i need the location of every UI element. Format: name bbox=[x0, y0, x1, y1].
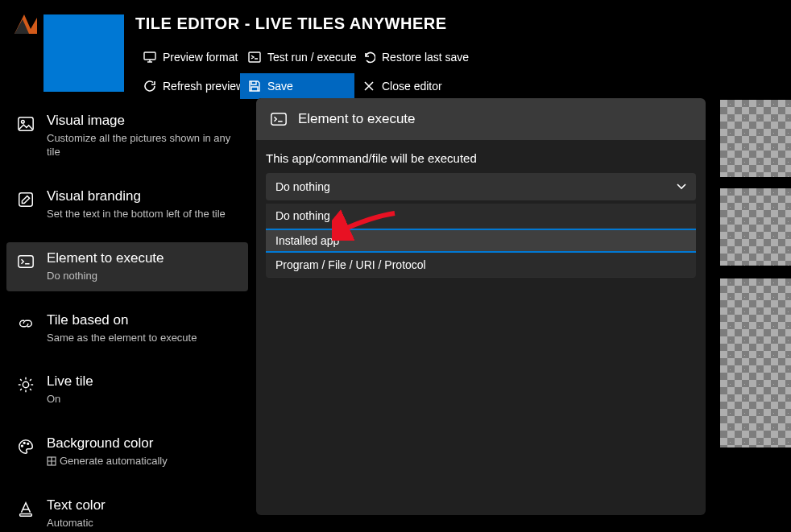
execute-dropdown: Do nothing Installed app Program / File … bbox=[266, 204, 696, 278]
svg-rect-6 bbox=[19, 193, 33, 207]
tile-preview-large bbox=[720, 278, 791, 447]
tile-preview bbox=[43, 14, 124, 92]
sidebar-item-text-color[interactable]: Text color Automatic bbox=[6, 489, 248, 532]
svg-rect-7 bbox=[19, 255, 33, 267]
preview-format-button[interactable]: Preview format bbox=[135, 44, 240, 70]
svg-rect-14 bbox=[271, 113, 286, 126]
tile-preview-small-2 bbox=[720, 188, 791, 266]
save-button[interactable]: Save bbox=[240, 73, 354, 99]
save-icon bbox=[248, 80, 261, 93]
tile-preview-small-1 bbox=[720, 100, 791, 177]
sidebar-item-label: Background color bbox=[47, 435, 168, 452]
undo-icon bbox=[362, 51, 375, 64]
terminal-icon bbox=[248, 51, 261, 64]
test-run-button[interactable]: Test run / execute bbox=[240, 44, 354, 70]
settings-panel: Element to execute This app/command/file… bbox=[256, 98, 706, 515]
sidebar-item-tile-based-on[interactable]: Tile based on Same as the element to exe… bbox=[6, 304, 248, 353]
svg-point-10 bbox=[23, 443, 25, 444]
refresh-preview-button[interactable]: Refresh preview bbox=[135, 73, 240, 99]
image-icon bbox=[16, 114, 35, 134]
svg-point-5 bbox=[22, 120, 25, 123]
sidebar-item-background-color[interactable]: Background color Generate automatically bbox=[6, 427, 248, 476]
panel-title: Element to execute bbox=[298, 111, 416, 127]
sidebar-item-label: Visual image bbox=[47, 113, 238, 129]
app-icon bbox=[14, 14, 37, 34]
terminal-icon bbox=[16, 252, 35, 271]
sidebar-item-label: Element to execute bbox=[47, 250, 164, 266]
sidebar-item-label: Visual branding bbox=[47, 188, 226, 204]
svg-rect-4 bbox=[19, 118, 33, 131]
font-color-icon bbox=[16, 499, 35, 518]
sidebar-item-label: Tile based on bbox=[47, 312, 197, 328]
dropdown-option-installed-app[interactable]: Installed app bbox=[266, 229, 696, 253]
sidebar-item-label: Live tile bbox=[47, 373, 93, 390]
sidebar-item-label: Text color bbox=[47, 497, 106, 513]
monitor-icon bbox=[143, 51, 156, 64]
sidebar-item-live-tile[interactable]: Live tile On bbox=[6, 365, 248, 414]
terminal-icon bbox=[269, 109, 288, 129]
execute-select[interactable]: Do nothing bbox=[266, 173, 696, 200]
link-icon bbox=[16, 314, 35, 333]
svg-point-8 bbox=[23, 382, 28, 388]
svg-rect-13 bbox=[20, 514, 32, 517]
brightness-icon bbox=[16, 375, 35, 394]
svg-point-9 bbox=[22, 446, 23, 447]
svg-rect-2 bbox=[144, 52, 155, 60]
svg-point-11 bbox=[27, 443, 29, 445]
refresh-icon bbox=[143, 80, 156, 93]
dropdown-option-do-nothing[interactable]: Do nothing bbox=[266, 204, 696, 229]
dropdown-option-program-file[interactable]: Program / File / URI / Protocol bbox=[266, 253, 696, 278]
edit-icon bbox=[16, 190, 35, 209]
palette-icon bbox=[16, 437, 35, 456]
chevron-down-icon bbox=[675, 179, 688, 195]
panel-label: This app/command/file will be executed bbox=[266, 151, 696, 165]
sidebar-item-element-to-execute[interactable]: Element to execute Do nothing bbox=[6, 242, 248, 291]
close-icon bbox=[362, 80, 375, 93]
sidebar-item-visual-branding[interactable]: Visual branding Set the text in the bott… bbox=[6, 180, 248, 229]
sidebar-item-visual-image[interactable]: Visual image Customize all the pictures … bbox=[6, 105, 248, 167]
close-editor-button[interactable]: Close editor bbox=[354, 73, 469, 99]
restore-button[interactable]: Restore last save bbox=[354, 44, 469, 70]
window-title: TILE EDITOR - LIVE TILES ANYWHERE bbox=[135, 14, 791, 33]
